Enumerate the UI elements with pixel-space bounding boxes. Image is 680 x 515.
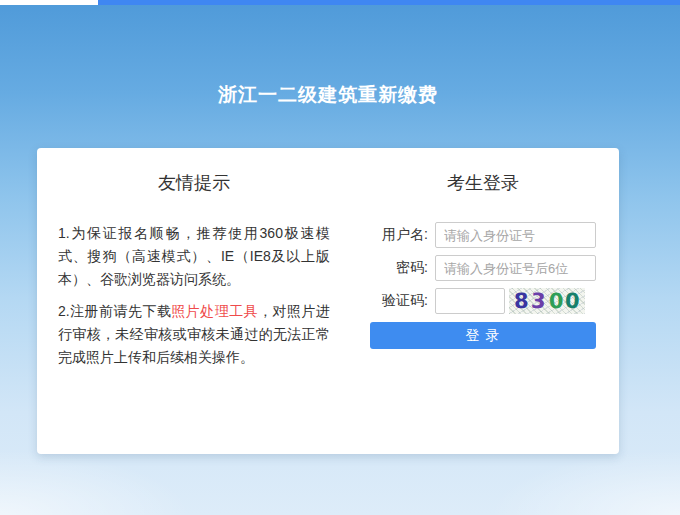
password-input[interactable] (435, 255, 596, 281)
notice-heading: 友情提示 (58, 170, 330, 196)
notice-paragraph-2: 2.注册前请先下载照片处理工具，对照片进行审核，未经审核或审核未通过的无法正常完… (58, 300, 330, 369)
password-row: 密码: (370, 255, 596, 281)
username-input[interactable] (435, 222, 596, 248)
photo-tool-link[interactable]: 照片处理工具 (171, 303, 258, 319)
username-label: 用户名: (370, 226, 435, 244)
captcha-digit: 0 (548, 288, 563, 314)
login-heading: 考生登录 (370, 170, 596, 196)
captcha-digit: 8 (514, 288, 530, 314)
password-label: 密码: (370, 259, 435, 277)
captcha-digit: 0 (565, 288, 581, 314)
notice-panel: 友情提示 1.为保证报名顺畅，推荐使用360极速模式、搜狗（高速模式）、IE（I… (58, 170, 330, 369)
top-strip-blue-segment (98, 0, 680, 5)
login-panel: 考生登录 用户名: 密码: 验证码: 8 3 0 0 登 录 (370, 170, 596, 349)
page: 浙江一二级建筑重新缴费 友情提示 1.为保证报名顺畅，推荐使用360极速模式、搜… (0, 0, 680, 515)
captcha-row: 验证码: 8 3 0 0 (370, 288, 596, 314)
page-title: 浙江一二级建筑重新缴费 (37, 82, 619, 108)
top-strip-white-segment (0, 0, 98, 5)
notice-paragraph-2-prefix: 2.注册前请先下载 (58, 303, 171, 319)
captcha-image[interactable]: 8 3 0 0 (509, 288, 585, 314)
content-card: 友情提示 1.为保证报名顺畅，推荐使用360极速模式、搜狗（高速模式）、IE（I… (37, 148, 619, 454)
notice-paragraph-1: 1.为保证报名顺畅，推荐使用360极速模式、搜狗（高速模式）、IE（IE8及以上… (58, 222, 330, 291)
captcha-label: 验证码: (370, 292, 435, 310)
captcha-input[interactable] (435, 288, 505, 314)
captcha-digit: 3 (530, 288, 546, 314)
top-strip (0, 0, 680, 5)
login-button[interactable]: 登 录 (370, 322, 596, 349)
username-row: 用户名: (370, 222, 596, 248)
